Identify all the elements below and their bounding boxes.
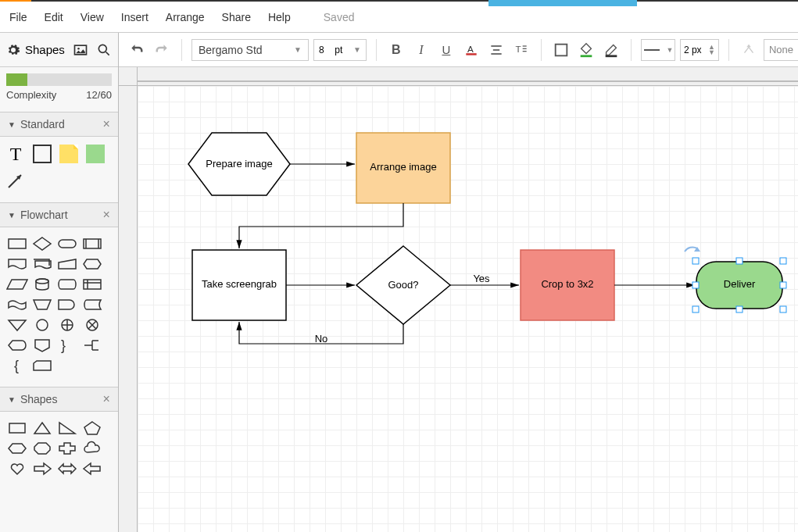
text-tool[interactable]: T [5,143,27,165]
arrow-style-button[interactable] [739,40,759,60]
svg-point-2 [98,45,106,52]
shape-manual-op[interactable] [31,296,53,313]
shape-arrow-right[interactable] [31,460,53,477]
svg-marker-59 [746,44,751,47]
edge-arrange-screengrab[interactable] [239,203,403,248]
shape-terminator[interactable] [56,235,78,252]
shape-manual-input[interactable] [56,255,78,273]
shape-octagon[interactable] [31,440,53,457]
font-family-select[interactable]: Bergamo Std ▼ [191,39,309,61]
diagram-svg: Prepare image Arrange image Take screeng… [138,86,798,532]
fill-select-value: None [769,44,793,55]
menu-share[interactable]: Share [222,11,251,23]
svg-marker-43 [34,463,51,474]
close-icon[interactable]: × [103,208,110,222]
line-style-select[interactable]: ▼ [641,39,675,61]
edge-no-label: No [315,333,328,345]
caret-down-icon: ▼ [8,211,16,220]
shape-database[interactable] [31,276,53,293]
line-color-button[interactable] [601,40,621,60]
shape-data[interactable] [6,276,28,293]
node-arrange-label: Arrange image [370,161,436,173]
shape-delay[interactable] [56,296,78,313]
font-size-select[interactable]: 8 pt ▼ [313,39,367,61]
shape-cross[interactable] [56,440,78,457]
menu-file[interactable]: File [9,11,27,23]
shape-multidoc[interactable] [31,255,53,273]
shape-offpage[interactable] [31,337,53,354]
menu-view[interactable]: View [81,11,104,23]
shape-heart[interactable] [6,460,28,477]
panel-flowchart-body: } { [0,227,118,382]
svg-text:T: T [515,44,521,54]
shape-note[interactable] [81,337,103,354]
shape-arrow-double[interactable] [56,460,78,477]
svg-rect-61 [692,258,699,264]
image-icon[interactable] [73,42,88,58]
shape-cloud[interactable] [81,440,103,457]
svg-marker-35 [34,361,51,370]
shape-document[interactable] [6,255,28,273]
undo-button[interactable] [127,40,147,60]
search-icon[interactable] [96,42,112,58]
shapes-button[interactable]: Shapes [6,43,65,57]
shape-brace-left[interactable]: { [6,357,28,374]
svg-marker-42 [59,443,75,454]
fill-select[interactable]: None [764,39,798,61]
shape-display[interactable] [6,337,28,354]
line-width-input[interactable]: 2 px ▲▼ [680,39,719,61]
shape-connector[interactable] [31,316,53,334]
note-tool[interactable] [58,143,80,165]
redo-button[interactable] [152,40,172,60]
shape-merge[interactable] [6,316,28,334]
shape-triangle[interactable] [31,420,53,437]
menu-insert[interactable]: Insert [121,11,149,23]
shape-process[interactable] [6,235,28,252]
shape-arrow-left[interactable] [81,460,103,477]
shape-brace-right[interactable]: } [56,337,78,354]
line-tool[interactable] [5,170,27,191]
shape-direct-data[interactable] [56,276,78,293]
block-tool[interactable] [84,143,106,165]
close-icon[interactable]: × [103,117,110,131]
shape-sum[interactable] [81,316,103,334]
canvas[interactable]: Prepare image Arrange image Take screeng… [138,86,798,532]
panel-standard-header[interactable]: ▼ Standard × [0,112,118,137]
svg-marker-40 [9,444,26,453]
menu-edit[interactable]: Edit [45,11,63,23]
align-button[interactable] [486,40,506,60]
panel-shapes-header[interactable]: ▼ Shapes × [0,387,118,412]
shape-card[interactable] [31,357,53,374]
shape-rect[interactable] [6,420,28,437]
shape-or[interactable] [56,316,78,334]
shape-internal-storage[interactable] [81,276,103,293]
bold-button[interactable]: B [386,40,406,60]
svg-rect-68 [780,306,786,312]
text-options-button[interactable]: T [511,40,531,60]
shape-right-triangle[interactable] [56,420,78,437]
menu-arrange[interactable]: Arrange [166,11,205,23]
topbar-highlight-button[interactable] [488,0,637,6]
italic-button[interactable]: I [411,40,431,60]
shape-preparation[interactable] [81,255,103,273]
shape-predefined[interactable] [81,235,103,252]
panel-flowchart-header[interactable]: ▼ Flowchart × [0,202,118,227]
shape-stored-data[interactable] [81,296,103,313]
close-icon[interactable]: × [103,392,110,406]
svg-marker-7 [34,237,51,250]
shape-pentagon[interactable] [81,420,103,437]
svg-line-3 [106,52,109,55]
svg-marker-14 [7,280,27,289]
shape-hexagon[interactable] [6,440,28,457]
text-color-button[interactable]: A [461,40,481,60]
shape-paper-tape[interactable] [6,296,28,313]
border-button[interactable] [551,40,571,60]
menu-help[interactable]: Help [268,11,291,23]
main-menu: File Edit View Insert Arrange Share Help… [0,2,798,33]
fill-color-button[interactable] [576,40,596,60]
underline-button[interactable]: U [436,40,456,60]
save-status: Saved [324,11,355,23]
shape-decision[interactable] [31,235,53,252]
rectangle-tool[interactable] [31,143,53,165]
font-family-value: Bergamo Std [199,44,263,56]
